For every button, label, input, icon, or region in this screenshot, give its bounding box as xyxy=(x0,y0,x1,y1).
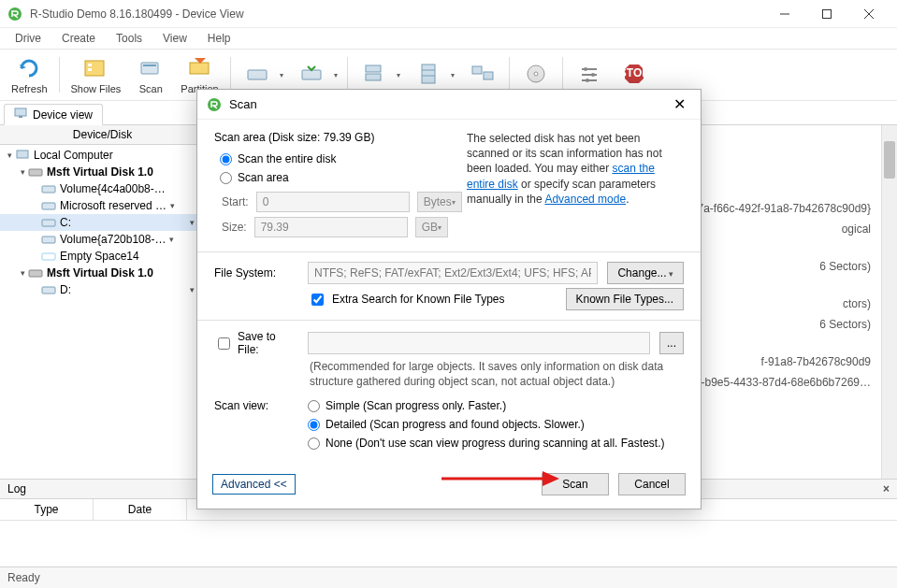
tree-disk-1[interactable]: ▾Msft Virtual Disk 1.0 xyxy=(0,164,205,180)
menu-drive[interactable]: Drive xyxy=(6,30,51,47)
svg-rect-19 xyxy=(484,72,493,79)
svg-rect-2 xyxy=(822,9,831,18)
size-label: Size: xyxy=(222,221,247,234)
log-close-button[interactable]: × xyxy=(883,482,890,495)
advanced-toggle-button[interactable]: Advanced << xyxy=(212,474,296,495)
tree-drive-d[interactable]: D:▾ xyxy=(0,281,205,298)
extra-search-row: Extra Search for Known File Types Known … xyxy=(214,288,684,310)
scan-label: Scan xyxy=(139,83,163,94)
partition-icon xyxy=(187,55,213,81)
save-to-file-checkbox[interactable]: Save to File: xyxy=(214,330,298,356)
volume-icon xyxy=(41,283,56,296)
network-icon xyxy=(470,61,496,87)
svg-point-41 xyxy=(208,98,221,111)
scan-info-text: The selected disk has not yet been scann… xyxy=(467,131,684,207)
extra-search-checkbox[interactable]: Extra Search for Known File Types xyxy=(308,291,557,308)
show-files-label: Show Files xyxy=(71,83,122,94)
size-unit-dropdown: GB▾ xyxy=(415,217,448,237)
dialog-title: Scan xyxy=(229,97,668,111)
size-row: Size: GB▾ xyxy=(222,217,443,237)
tree-body[interactable]: ▾Local Computer ▾Msft Virtual Disk 1.0 V… xyxy=(0,145,205,479)
svg-point-21 xyxy=(534,72,538,76)
window-buttons xyxy=(763,0,890,27)
svg-rect-15 xyxy=(422,65,435,83)
maximize-button[interactable] xyxy=(805,0,847,27)
tree-ms-reserved[interactable]: Microsoft reserved …▾ xyxy=(0,197,205,214)
menubar: Drive Create Tools View Help xyxy=(0,28,897,49)
scan-dialog: Scan ✕ The selected disk has not yet bee… xyxy=(196,89,702,509)
drive-arrow-icon xyxy=(298,61,325,87)
file-system-label: File System: xyxy=(214,266,298,280)
radio-scan-area[interactable]: Scan area xyxy=(214,168,443,187)
empty-space-icon xyxy=(41,250,56,263)
svg-rect-40 xyxy=(42,287,55,294)
log-col-date[interactable]: Date xyxy=(94,499,187,520)
volume-icon xyxy=(41,182,56,195)
tree-header: Device/Disk xyxy=(0,125,205,145)
svg-rect-37 xyxy=(42,237,55,243)
disc-icon xyxy=(523,61,549,87)
svg-point-27 xyxy=(586,79,589,82)
browse-file-button[interactable]: ... xyxy=(659,332,684,354)
menu-create[interactable]: Create xyxy=(52,30,105,47)
dialog-titlebar: Scan ✕ xyxy=(197,90,701,120)
tab-label: Device view xyxy=(33,108,93,122)
svg-rect-31 xyxy=(19,116,22,118)
tree-empty-space[interactable]: Empty Space14 xyxy=(0,248,205,265)
volume-icon xyxy=(41,233,56,246)
menu-help[interactable]: Help xyxy=(198,30,240,47)
close-button[interactable] xyxy=(847,0,890,27)
svg-rect-32 xyxy=(17,151,28,158)
radio-scan-entire[interactable]: Scan the entire disk xyxy=(214,150,443,168)
scan-button[interactable]: Scan xyxy=(128,51,173,98)
raid-icon xyxy=(415,61,441,87)
tree-disk-2[interactable]: ▾Msft Virtual Disk 1.0 xyxy=(0,265,205,281)
window-title: R-Studio Demo 8.16.180499 - Device View xyxy=(30,7,763,21)
radio-sv-none[interactable]: None (Don't use scan view progress durin… xyxy=(308,434,684,452)
refresh-button[interactable]: Refresh xyxy=(4,51,55,98)
tree-volume-2[interactable]: Volume{a720b108-…▾ xyxy=(0,231,205,248)
svg-rect-34 xyxy=(42,186,55,193)
show-files-icon xyxy=(82,55,109,81)
show-files-button[interactable]: Show Files xyxy=(64,51,129,98)
radio-sv-simple[interactable]: Simple (Scan progress only. Faster.) xyxy=(308,396,684,415)
hdd-icon xyxy=(28,165,43,179)
svg-point-26 xyxy=(591,73,595,77)
minimize-button[interactable] xyxy=(763,0,805,27)
tree-drive-c[interactable]: C:▾ xyxy=(0,214,205,231)
save-recommendation: (Recommended for large objects. It saves… xyxy=(310,360,684,389)
scan-view-row: Scan view: Simple (Scan progress only. F… xyxy=(214,396,684,452)
scan-action-button[interactable]: Scan xyxy=(542,473,609,495)
menu-view[interactable]: View xyxy=(153,30,196,47)
detail-scrollbar[interactable] xyxy=(881,125,897,479)
save-file-input[interactable] xyxy=(308,332,650,354)
svg-text:STOP: STOP xyxy=(621,66,647,79)
advanced-mode-link[interactable]: Advanced mode xyxy=(544,193,626,206)
file-system-input xyxy=(308,262,598,284)
file-system-row: File System: Change... xyxy=(214,262,684,284)
dialog-body: The selected disk has not yet been scann… xyxy=(197,120,701,464)
drive-icon xyxy=(244,61,270,87)
tree-local-computer[interactable]: ▾Local Computer xyxy=(0,147,205,164)
svg-rect-12 xyxy=(302,70,321,79)
start-row: Start: Bytes▾ xyxy=(222,192,443,212)
scan-area-group-label: Scan area (Disk size: 79.39 GB) xyxy=(214,131,443,144)
tab-device-view[interactable]: Device view xyxy=(4,104,103,125)
radio-sv-detailed[interactable]: Detailed (Scan progress and found object… xyxy=(308,415,684,434)
volume-icon xyxy=(41,216,56,229)
dialog-close-button[interactable]: ✕ xyxy=(668,95,691,113)
svg-rect-36 xyxy=(42,220,55,226)
sliders-icon xyxy=(576,61,602,87)
save-file-row: Save to File: ... xyxy=(214,330,684,356)
cancel-button[interactable]: Cancel xyxy=(618,473,686,495)
refresh-label: Refresh xyxy=(11,83,48,94)
known-file-types-button[interactable]: Known File Types... xyxy=(566,288,685,310)
svg-rect-38 xyxy=(42,253,55,260)
svg-rect-33 xyxy=(29,169,42,176)
svg-rect-8 xyxy=(141,63,158,74)
log-col-type[interactable]: Type xyxy=(0,499,94,520)
change-fs-button[interactable]: Change... xyxy=(607,262,684,284)
tree-volume-1[interactable]: Volume{4c4a00b8-… xyxy=(0,180,205,197)
dialog-app-icon xyxy=(207,97,222,112)
menu-tools[interactable]: Tools xyxy=(107,30,152,47)
